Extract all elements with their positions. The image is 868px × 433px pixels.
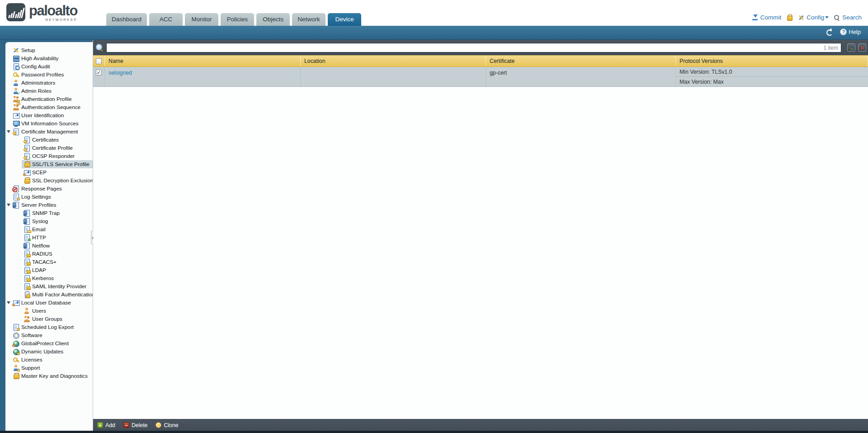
- sidebar-item-tacacs[interactable]: TACACS+: [5, 258, 93, 266]
- sidebar-item-setup[interactable]: Setup: [5, 46, 93, 54]
- config-menu-button[interactable]: Config: [798, 14, 829, 21]
- sidebar-item-local-user-database[interactable]: Local User Database: [5, 299, 93, 307]
- sidebar-item-scheduled-log-export[interactable]: Scheduled Log Export: [5, 323, 93, 331]
- sidebar-item-response-pages[interactable]: Response Pages: [5, 185, 93, 193]
- sidebar-item-label: Certificate Profile: [32, 145, 73, 151]
- response-pages-icon: [13, 186, 19, 192]
- close-icon: ×: [860, 44, 864, 52]
- ocsp-responder-icon: ✓: [24, 153, 30, 159]
- sidebar-item-ldap[interactable]: LDAP: [5, 266, 93, 274]
- table-row[interactable]: ✓selsignedgp-certMin Version: TLSv1.0Max…: [93, 67, 868, 87]
- sidebar-item-label: Software: [21, 332, 42, 338]
- refresh-icon[interactable]: [826, 29, 833, 35]
- table-header: NameLocationCertificateProtocol Versions: [93, 55, 868, 67]
- sidebar-item-licenses[interactable]: Licenses: [5, 356, 93, 364]
- column-header-name[interactable]: Name: [105, 56, 301, 67]
- row-name-link[interactable]: selsigned: [108, 70, 132, 76]
- sidebar-item-user-identification[interactable]: User Identification: [5, 111, 93, 119]
- email-icon: [24, 226, 30, 233]
- sidebar-item-support[interactable]: Support: [5, 364, 93, 372]
- sidebar-item-ssl-decryption-exclusion[interactable]: SSL Decryption Exclusion: [5, 176, 93, 185]
- chevron-down-icon: [825, 16, 829, 19]
- sidebar-item-config-audit[interactable]: Config Audit: [5, 62, 93, 71]
- help-label: Help: [849, 29, 861, 35]
- sidebar-item-label: Netflow: [32, 243, 50, 249]
- sidebar-item-dynamic-updates[interactable]: Dynamic Updates: [5, 347, 93, 356]
- certificate-profile-icon: [24, 145, 30, 151]
- sidebar-item-ocsp-responder[interactable]: ✓OCSP Responder: [5, 152, 93, 160]
- paloalto-logo: paloalto NETWORKS®: [6, 3, 77, 22]
- sidebar-item-users[interactable]: Users: [5, 307, 93, 315]
- tab-acc[interactable]: ACC: [149, 13, 183, 26]
- sidebar-item-label: SSL/TLS Service Profile: [32, 161, 90, 167]
- sidebar-item-high-availability[interactable]: High Availability: [5, 54, 93, 62]
- sidebar-item-label: Certificates: [32, 137, 59, 143]
- sidebar-item-globalprotect-client[interactable]: GlobalProtect Client: [5, 339, 93, 347]
- sidebar-item-label: Config Audit: [21, 63, 50, 70]
- filter-search-input[interactable]: [106, 43, 841, 52]
- tab-monitor[interactable]: Monitor: [185, 13, 218, 26]
- footer-button-label: Add: [105, 422, 115, 428]
- delete-button[interactable]: −Delete: [123, 422, 148, 428]
- sidebar-item-software[interactable]: Software: [5, 331, 93, 339]
- tab-policies[interactable]: Policies: [221, 13, 254, 26]
- sidebar-item-admin-roles[interactable]: ✓Admin Roles: [5, 87, 93, 95]
- app-header: paloalto NETWORKS® DashboardACCMonitorPo…: [0, 0, 868, 26]
- sidebar-item-scep[interactable]: SCEP: [5, 168, 93, 176]
- tab-objects[interactable]: Objects: [256, 13, 290, 26]
- sidebar-item-user-groups[interactable]: User Groups: [5, 315, 93, 323]
- sidebar-item-email[interactable]: Email: [5, 225, 93, 233]
- sidebar-item-server-profiles[interactable]: Server Profiles: [5, 201, 93, 209]
- add-button[interactable]: +Add: [97, 422, 115, 428]
- select-all-checkbox[interactable]: [96, 58, 102, 64]
- config-icon: [798, 14, 805, 21]
- setup-icon: [13, 47, 19, 53]
- search-button[interactable]: Search: [834, 14, 862, 21]
- plus-icon: +: [97, 422, 103, 428]
- sidebar-item-password-profiles[interactable]: Password Profiles: [5, 71, 93, 79]
- column-header-protocol-versions[interactable]: Protocol Versions: [676, 56, 868, 67]
- tab-device[interactable]: Device: [328, 13, 361, 26]
- commit-button[interactable]: Commit: [752, 14, 782, 21]
- sidebar-item-certificate-management[interactable]: Certificate Management: [5, 128, 93, 136]
- sidebar-item-label: TACACS+: [32, 259, 57, 265]
- sidebar-item-netflow[interactable]: Netflow: [5, 242, 93, 250]
- row-checkbox[interactable]: ✓: [96, 70, 102, 76]
- expander-chevron-icon[interactable]: [7, 204, 10, 206]
- apply-filter-button[interactable]: →: [847, 43, 855, 52]
- column-header-certificate[interactable]: Certificate: [486, 56, 676, 67]
- sidebar-item-vm-information-sources[interactable]: VM Information Sources: [5, 119, 93, 128]
- sidebar-item-certificates[interactable]: Certificates: [5, 136, 93, 144]
- ssl-decryption-exclusion-icon: [24, 177, 30, 184]
- tab-network[interactable]: Network: [292, 13, 326, 26]
- column-header-location[interactable]: Location: [301, 56, 486, 67]
- clone-button[interactable]: Clone: [156, 422, 178, 428]
- filter-search-icon: [96, 44, 103, 51]
- expander-chevron-icon[interactable]: [7, 130, 10, 133]
- sidebar-item-label: Scheduled Log Export: [21, 324, 74, 330]
- sidebar-item-log-settings[interactable]: Log Settings: [5, 193, 93, 201]
- help-button[interactable]: ? Help: [840, 29, 861, 35]
- sidebar-item-label: Log Settings: [21, 194, 51, 200]
- sidebar-item-radius[interactable]: RADIUS: [5, 250, 93, 258]
- sidebar-item-snmp-trap[interactable]: SNMP Trap: [5, 209, 93, 217]
- sidebar-item-master-key-and-diagnostics[interactable]: Master Key and Diagnostics: [5, 372, 93, 380]
- commit-icon: [752, 14, 759, 21]
- sidebar-item-ssl-tls-service-profile[interactable]: SSL/TLS Service Profile: [5, 160, 93, 168]
- sidebar-item-http[interactable]: HTTP: [5, 233, 93, 242]
- expander-chevron-icon[interactable]: [7, 301, 10, 304]
- sidebar-item-administrators[interactable]: Administrators: [5, 79, 93, 87]
- clear-filter-button[interactable]: ×: [858, 43, 866, 52]
- sidebar-item-authentication-sequence[interactable]: 123Authentication Sequence: [5, 103, 93, 111]
- multi-factor-authentication-icon: [24, 291, 30, 298]
- tab-dashboard[interactable]: Dashboard: [106, 13, 147, 26]
- sidebar-item-multi-factor-authentication[interactable]: Multi Factor Authentication: [5, 290, 93, 299]
- sidebar-item-certificate-profile[interactable]: Certificate Profile: [5, 144, 93, 152]
- row-protocol-min: Min Version: TLSv1.0: [676, 67, 868, 77]
- sidebar-item-saml-identity-provider[interactable]: SAML Identity Provider: [5, 282, 93, 290]
- sidebar-item-kerberos[interactable]: Kerberos: [5, 274, 93, 282]
- scheduled-log-export-icon: [13, 324, 19, 330]
- high-availability-icon: [13, 55, 19, 62]
- lock-icon[interactable]: [786, 14, 793, 21]
- sidebar-item-syslog[interactable]: Syslog: [5, 217, 93, 225]
